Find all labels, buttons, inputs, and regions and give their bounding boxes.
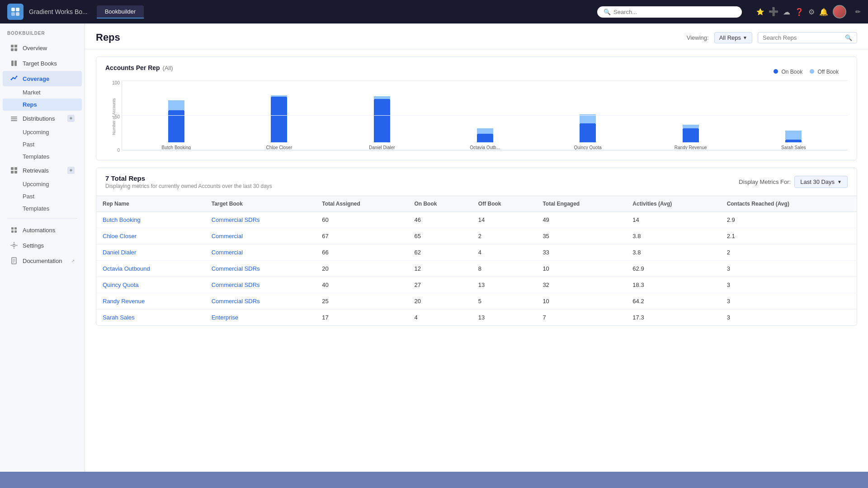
svg-rect-0 xyxy=(11,8,15,11)
bar-off-book-3 xyxy=(477,128,493,134)
retrievals-add-button[interactable]: + xyxy=(67,167,75,174)
metrics-period-value: Last 30 Days xyxy=(800,178,835,185)
viewing-label: Viewing: xyxy=(687,34,709,41)
sidebar-item-coverage[interactable]: Coverage xyxy=(3,71,82,86)
cell-rep-name[interactable]: Chloe Closer xyxy=(96,228,205,244)
sidebar-item-target-books[interactable]: Target Books xyxy=(3,56,82,71)
cell-rep-name[interactable]: Quincy Quota xyxy=(96,277,205,293)
sidebar-item-automations[interactable]: Automations xyxy=(3,222,82,238)
cloud-icon[interactable]: ☁ xyxy=(783,8,790,16)
table-total-reps: 7 Total Reps xyxy=(105,174,272,182)
cell-total-assigned: 17 xyxy=(316,310,408,326)
star-icon[interactable]: ⭐ xyxy=(756,8,764,15)
table-row: Octavia OutboundCommercial SDRs201281062… xyxy=(96,261,857,277)
svg-rect-16 xyxy=(11,120,17,121)
sidebar-item-label: Target Books xyxy=(23,60,57,67)
bar-stack-5 xyxy=(683,125,699,142)
metrics-period-select[interactable]: Last 30 Days ▼ xyxy=(794,176,848,188)
cell-rep-name[interactable]: Sarah Sales xyxy=(96,310,205,326)
svg-rect-17 xyxy=(11,167,14,170)
cell-off-book: 14 xyxy=(472,212,537,228)
sidebar-item-retrievals[interactable]: Retrievals + xyxy=(3,163,82,178)
bar-group-4: Quincy Quota xyxy=(542,114,633,150)
automations-icon xyxy=(10,226,18,234)
bar-group-1: Chloe Closer xyxy=(234,95,325,150)
sidebar-item-documentation[interactable]: Documentation ↗ xyxy=(3,253,82,268)
retrievals-icon xyxy=(10,166,18,174)
cell-target-book[interactable]: Commercial xyxy=(205,228,316,244)
bar-stack-0 xyxy=(168,100,184,142)
cell-off-book: 13 xyxy=(472,310,537,326)
bar-label-5: Randy Revenue xyxy=(675,145,707,150)
sidebar-sub-item-past-ret[interactable]: Past xyxy=(3,190,82,202)
global-search[interactable]: 🔍 xyxy=(597,6,742,18)
sidebar-sub-item-reps[interactable]: Reps xyxy=(3,99,82,111)
cell-target-book[interactable]: Commercial SDRs xyxy=(205,212,316,228)
bookbuilder-tab[interactable]: Bookbuilder xyxy=(97,5,144,19)
add-icon[interactable]: ➕ xyxy=(769,7,778,17)
col-contacts-reached: Contacts Reached (Avg) xyxy=(721,196,857,212)
cell-rep-name[interactable]: Octavia Outbound xyxy=(96,261,205,277)
global-search-input[interactable] xyxy=(613,9,736,15)
svg-point-13 xyxy=(16,76,18,77)
svg-rect-20 xyxy=(14,171,17,174)
svg-rect-23 xyxy=(11,230,14,233)
search-reps-wrap[interactable]: 🔍 xyxy=(758,32,857,43)
bar-on-book-3 xyxy=(477,134,493,142)
sidebar-sub-item-past-dist[interactable]: Past xyxy=(3,138,82,150)
sidebar-item-distributions[interactable]: Distributions + xyxy=(3,111,82,126)
bar-group-3: Octavia Outb... xyxy=(440,128,530,150)
sidebar-sub-item-upcoming-ret[interactable]: Upcoming xyxy=(3,178,82,190)
documentation-icon xyxy=(10,257,18,265)
sidebar-item-label: Coverage xyxy=(23,75,49,82)
help-icon[interactable]: ❓ xyxy=(795,8,804,16)
cell-off-book: 4 xyxy=(472,244,537,261)
chevron-down-icon: ▼ xyxy=(837,179,842,184)
bar-stack-6 xyxy=(785,131,802,142)
app-logo[interactable] xyxy=(7,4,24,20)
search-reps-input[interactable] xyxy=(763,34,842,41)
user-avatar[interactable] xyxy=(833,5,846,19)
sidebar-item-overview[interactable]: Overview xyxy=(3,40,82,56)
cell-target-book[interactable]: Enterprise xyxy=(205,310,316,326)
svg-point-10 xyxy=(11,79,12,80)
table-row: Chloe CloserCommercial67652353.82.1 xyxy=(96,228,857,244)
table-row: Daniel DialerCommercial66624333.82 xyxy=(96,244,857,261)
books-icon xyxy=(10,59,18,67)
cell-off-book: 2 xyxy=(472,228,537,244)
cell-rep-name[interactable]: Randy Revenue xyxy=(96,293,205,310)
sidebar-sub-item-upcoming-dist[interactable]: Upcoming xyxy=(3,126,82,138)
cell-total-engaged: 7 xyxy=(536,310,626,326)
settings-chrome-icon[interactable]: ⚙ xyxy=(808,8,815,16)
svg-rect-1 xyxy=(16,8,19,11)
cell-target-book[interactable]: Commercial SDRs xyxy=(205,293,316,310)
cell-target-book[interactable]: Commercial SDRs xyxy=(205,277,316,293)
svg-point-25 xyxy=(13,244,15,247)
cell-total-engaged: 10 xyxy=(536,293,626,310)
bar-on-book-5 xyxy=(683,128,699,142)
cell-target-book[interactable]: Commercial SDRs xyxy=(205,261,316,277)
edit-icon[interactable]: ✏ xyxy=(855,8,861,15)
sidebar-sub-item-templates-ret[interactable]: Templates xyxy=(3,202,82,215)
svg-rect-5 xyxy=(14,45,17,47)
app-name: Gradient Works Bo... xyxy=(29,8,88,15)
chart-wrapper: 100 50 0 Number of Accounts Butch Bookin… xyxy=(105,80,848,153)
sidebar-sub-item-templates-dist[interactable]: Templates xyxy=(3,150,82,163)
chart-relative: Accounts Per Rep (All) On Book Off Book xyxy=(105,64,848,77)
chrome-bar: Gradient Works Bo... Bookbuilder 🔍 ⭐ ➕ ☁… xyxy=(0,0,868,23)
cell-target-book[interactable]: Commercial xyxy=(205,244,316,261)
bar-on-book-0 xyxy=(168,110,184,142)
y-axis-label: Number of Accounts xyxy=(112,98,116,135)
svg-rect-6 xyxy=(11,48,14,51)
cell-total-assigned: 25 xyxy=(316,293,408,310)
cell-rep-name[interactable]: Butch Booking xyxy=(96,212,205,228)
sidebar-sub-item-market[interactable]: Market xyxy=(3,86,82,99)
cell-off-book: 8 xyxy=(472,261,537,277)
viewing-select[interactable]: All Reps ▼ xyxy=(714,32,752,43)
legend-on-book: On Book xyxy=(774,69,802,75)
sidebar-item-settings[interactable]: Settings xyxy=(3,238,82,253)
notifications-icon[interactable]: 🔔 xyxy=(819,8,828,16)
bar-group-2: Daniel Dialer xyxy=(337,96,427,150)
distributions-add-button[interactable]: + xyxy=(67,115,75,122)
cell-rep-name[interactable]: Daniel Dialer xyxy=(96,244,205,261)
